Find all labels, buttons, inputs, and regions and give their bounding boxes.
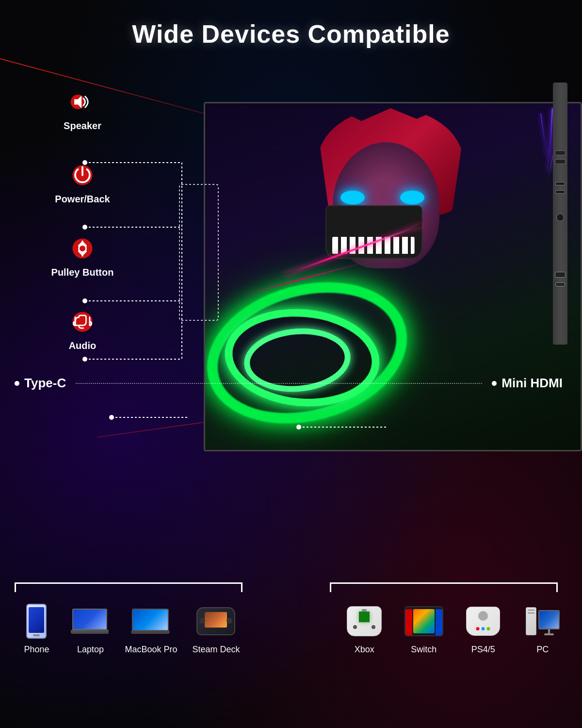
- ps-label: PS4/5: [471, 645, 495, 655]
- pulley-label-item: Pulley Button: [15, 234, 150, 278]
- laptop-label: Laptop: [77, 645, 104, 655]
- power-text: Power/Back: [55, 194, 110, 205]
- laptop-display: [73, 610, 106, 629]
- ps-disc-slot: [478, 611, 488, 621]
- port-pulley-btn: [555, 190, 565, 194]
- pc-icon: [523, 602, 562, 641]
- hdmi-devices: Xbox Switch: [335, 602, 572, 655]
- typec-bracket: [15, 582, 242, 592]
- xbox-label: Xbox: [355, 645, 374, 655]
- hdmi-label: Mini HDMI: [492, 376, 563, 391]
- switch-shape: [404, 606, 443, 636]
- device-laptop: Laptop: [71, 602, 110, 655]
- device-pc: PC: [523, 602, 562, 655]
- xbox-logo: [359, 612, 370, 622]
- laptop-icon: [71, 602, 110, 641]
- main-section: Speaker Power/Back: [0, 58, 582, 534]
- steamdeck-shape: [196, 607, 235, 635]
- macbook-display: [133, 610, 168, 630]
- power-label-item: Power/Back: [15, 161, 150, 205]
- speaker-text: Speaker: [64, 120, 101, 132]
- page-title: Wide Devices Compatible: [0, 0, 582, 49]
- port-usb1: [555, 150, 566, 155]
- char-eye-left: [340, 191, 365, 204]
- steamdeck-joystick-r: [226, 618, 232, 624]
- port-typec-conn: [555, 282, 565, 286]
- monitor-back-panel: [553, 83, 567, 345]
- char-mask-teeth: [332, 237, 415, 254]
- steamdeck-screen: [205, 612, 227, 628]
- pc-tower-btn1: [528, 610, 534, 611]
- connection-label-row: Type-C Mini HDMI: [15, 376, 582, 391]
- pc-tower: [526, 607, 536, 635]
- audio-text: Audio: [69, 340, 97, 351]
- phone-btn: [33, 634, 40, 636]
- audio-icon: [69, 308, 96, 335]
- ps-icon: [464, 602, 502, 641]
- device-bracket-section: Phone Laptop: [0, 578, 582, 728]
- pulley-icon-wrapper: [68, 234, 97, 263]
- phone-screen: [29, 607, 44, 633]
- device-steamdeck: Steam Deck: [192, 602, 240, 655]
- feature-labels: Speaker Power/Back: [15, 87, 150, 381]
- device-phone: Phone: [17, 602, 56, 655]
- typec-to-hdmi-line: [76, 383, 482, 384]
- typec-dot: [15, 381, 19, 386]
- switch-label: Switch: [411, 645, 436, 655]
- power-icon: [69, 162, 96, 189]
- monitor-screen: [204, 102, 582, 451]
- pc-label: PC: [536, 645, 549, 655]
- ps-btn-green: [487, 627, 490, 630]
- ps-btn-blue: [482, 627, 485, 630]
- device-ps: PS4/5: [464, 602, 502, 655]
- monitor-container: [184, 73, 582, 485]
- steamdeck-icon: [196, 602, 235, 641]
- devices-row: Phone Laptop: [0, 602, 582, 655]
- screen-art: [205, 103, 581, 450]
- pulley-icon: [69, 235, 96, 262]
- switch-icon: [404, 602, 443, 641]
- port-usb2: [555, 159, 566, 164]
- device-macbook: MacBook Pro: [125, 602, 177, 655]
- ps-shape: [466, 607, 500, 636]
- hdmi-label-text: Mini HDMI: [501, 376, 563, 391]
- typec-devices: Phone Laptop: [10, 602, 247, 655]
- xbox-btn-r: [372, 625, 375, 629]
- port-hdmi-conn: [555, 272, 566, 278]
- xbox-disc-btn: [362, 609, 367, 612]
- audio-icon-wrapper: [68, 307, 97, 336]
- speaker-icon: [69, 88, 96, 116]
- pc-monitor-unit: [538, 610, 560, 635]
- pc-stand-neck: [548, 629, 550, 633]
- switch-joy-right: [436, 609, 442, 635]
- port-audio-jack: [556, 214, 564, 221]
- bracket-row: [0, 578, 582, 592]
- device-switch: Switch: [404, 602, 443, 655]
- laptop-base: [71, 630, 109, 634]
- device-xbox: Xbox: [345, 602, 384, 655]
- macbook-label: MacBook Pro: [125, 645, 177, 655]
- steamdeck-label: Steam Deck: [192, 645, 240, 655]
- typec-label-text: Type-C: [24, 376, 66, 391]
- macbook-shape: [132, 609, 170, 634]
- hdmi-bracket: [330, 582, 558, 592]
- typec-label: Type-C: [15, 376, 66, 391]
- pc-stand-base: [544, 633, 554, 635]
- svg-point-19: [109, 415, 114, 420]
- xbox-shape: [347, 606, 382, 636]
- audio-label-item: Audio: [15, 307, 150, 351]
- pc-monitor-screen-outer: [538, 610, 560, 629]
- macbook-icon: [131, 602, 170, 641]
- xbox-icon: [345, 602, 384, 641]
- char-mask: [325, 205, 422, 259]
- power-icon-wrapper: [68, 161, 97, 190]
- speaker-label-item: Speaker: [15, 87, 150, 132]
- phone-icon: [17, 602, 56, 641]
- switch-joy-left: [405, 609, 412, 635]
- ps-btn-red: [476, 627, 480, 630]
- macbook-screen-outer: [132, 609, 169, 631]
- devices-spacer: [247, 602, 335, 655]
- xbox-btn-l: [353, 625, 357, 629]
- pc-shape: [526, 607, 560, 635]
- speaker-icon-wrapper: [68, 87, 97, 116]
